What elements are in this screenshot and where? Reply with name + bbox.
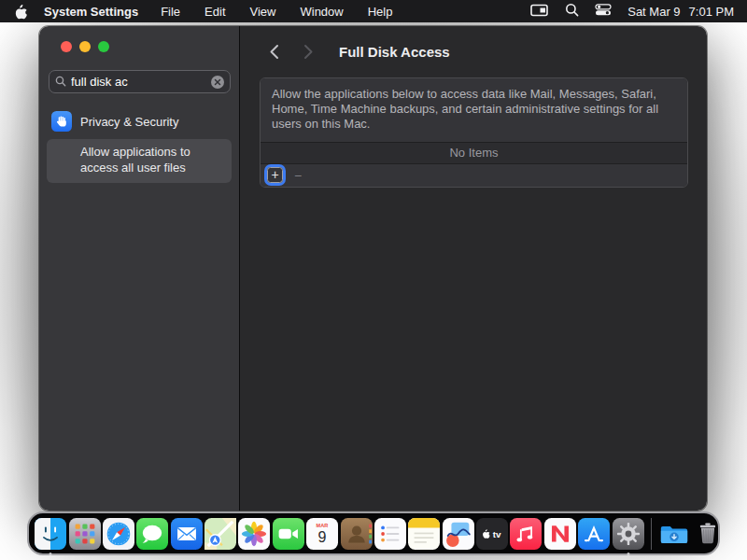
sidebar-item-privacy-security[interactable]: Privacy & Security (39, 107, 239, 137)
contacts-icon[interactable] (341, 518, 373, 550)
finder-icon[interactable] (35, 518, 66, 550)
magnifier-icon (55, 74, 66, 91)
menu-item-view[interactable]: View (250, 5, 276, 19)
photos-icon[interactable] (238, 518, 270, 550)
sidebar-item-label: Privacy & Security (80, 115, 178, 129)
menu-item-help[interactable]: Help (368, 5, 393, 19)
apple-tv-icon[interactable]: tv (476, 518, 508, 550)
system-settings-icon[interactable] (613, 518, 644, 550)
card-description: Allow the applications below to access d… (261, 78, 687, 142)
dock-separator (651, 518, 652, 550)
search-input[interactable] (71, 75, 206, 89)
launchpad-icon[interactable] (69, 518, 101, 550)
menu-item-edit[interactable]: Edit (204, 5, 225, 19)
clear-search-icon[interactable] (211, 76, 224, 89)
notes-icon[interactable] (408, 518, 440, 550)
focus-ring: + (264, 164, 286, 186)
safari-icon[interactable] (103, 518, 134, 550)
control-center-icon[interactable] (595, 4, 612, 19)
add-application-button[interactable]: + (267, 167, 283, 183)
minimize-button[interactable] (79, 41, 91, 52)
menubar-time[interactable]: 7:01 PM (689, 5, 734, 19)
music-icon[interactable] (510, 518, 542, 550)
menu-bar: System Settings File Edit View Window He… (0, 0, 747, 22)
facetime-icon[interactable] (273, 518, 304, 550)
search-field[interactable] (49, 70, 231, 93)
zoom-button[interactable] (98, 41, 109, 52)
empty-state-label: No Items (261, 142, 687, 164)
news-icon[interactable] (544, 518, 576, 550)
messages-icon[interactable] (136, 518, 168, 550)
reminders-icon[interactable] (374, 518, 406, 550)
finder-running-indicator (49, 553, 52, 555)
page-title: Full Disk Access (339, 44, 450, 60)
display-mirroring-icon[interactable] (530, 4, 549, 20)
menubar-date[interactable]: Sat Mar 9 (627, 5, 680, 19)
traffic-lights (61, 41, 239, 52)
privacy-security-hand-icon (51, 111, 72, 132)
sidebar-item-allow-applications[interactable]: Allow applications to access all user fi… (47, 139, 232, 183)
close-button[interactable] (61, 41, 72, 52)
apple-menu-icon[interactable] (13, 4, 27, 20)
content-pane: Full Disk Access Allow the applications … (240, 26, 707, 511)
forward-chevron-icon[interactable] (301, 44, 316, 61)
downloads-folder-icon[interactable] (658, 518, 690, 550)
card-toolbar: + − (261, 164, 687, 187)
freeform-icon[interactable] (443, 518, 474, 550)
back-chevron-icon[interactable] (266, 44, 281, 61)
content-header: Full Disk Access (240, 26, 707, 63)
mail-icon[interactable] (171, 518, 203, 550)
sidebar: Privacy & Security Allow applications to… (39, 26, 240, 511)
dock: MAR 9 (27, 511, 720, 555)
svg-text:tv: tv (493, 529, 501, 539)
menu-item-window[interactable]: Window (300, 5, 343, 19)
calendar-icon[interactable]: MAR 9 (306, 518, 338, 550)
app-store-icon[interactable] (578, 518, 610, 550)
spotlight-search-icon[interactable] (565, 3, 579, 20)
trash-icon[interactable] (692, 518, 724, 550)
system-settings-running-indicator (627, 553, 629, 555)
menu-app-name[interactable]: System Settings (44, 5, 138, 19)
system-settings-window: Privacy & Security Allow applications to… (39, 26, 707, 511)
menu-item-file[interactable]: File (161, 5, 180, 19)
remove-application-button[interactable]: − (294, 168, 302, 183)
svg-text:MAR: MAR (317, 522, 329, 527)
full-disk-access-card: Allow the applications below to access d… (260, 77, 688, 188)
svg-text:9: 9 (318, 528, 327, 545)
maps-icon[interactable] (204, 518, 236, 550)
